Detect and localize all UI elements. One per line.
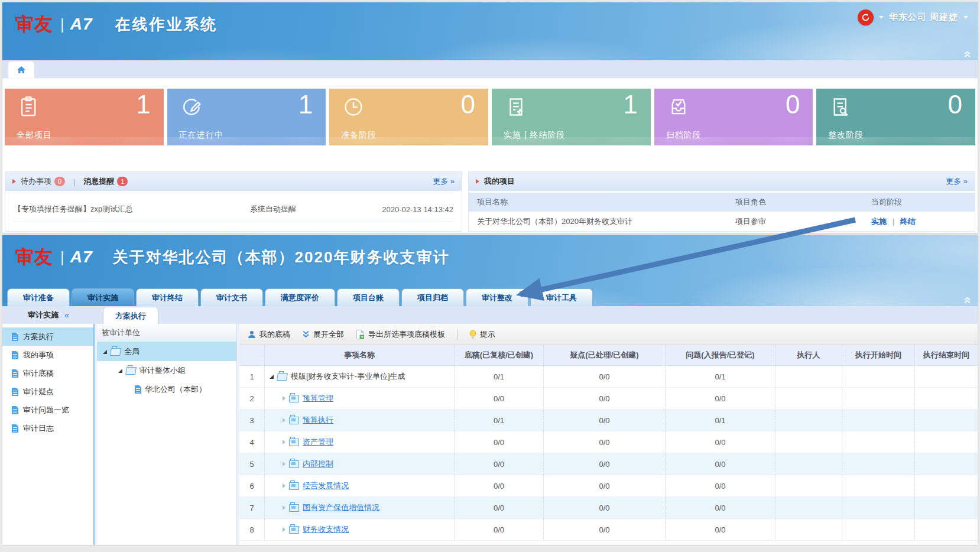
- tree-node-label: 华北公司（本部）: [145, 384, 206, 395]
- issue-count: 0/1: [666, 366, 775, 387]
- tab-audit-documents[interactable]: 审计文书: [200, 288, 263, 306]
- stat-value: 0: [786, 90, 800, 119]
- doubt-count: 0/0: [544, 497, 666, 518]
- tab-audit-preparation[interactable]: 审计准备: [7, 288, 70, 306]
- end-time: [915, 431, 978, 453]
- expanded-arrow-icon[interactable]: [103, 350, 107, 354]
- stat-card-in-progress[interactable]: 1 正在进行中: [167, 89, 326, 145]
- chevron-down-icon[interactable]: [879, 16, 884, 19]
- document-icon: [12, 388, 18, 396]
- message-list-item[interactable]: 【专项填报任务提醒】zxp测试汇总 系统自动提醒 2020-02-13 14:1…: [14, 197, 453, 222]
- more-link[interactable]: 更多 »: [433, 176, 455, 187]
- tree-node-label: 审计整体小组: [139, 365, 186, 376]
- matter-name: 模版[财务收支审计-事业单位]生成: [291, 371, 405, 382]
- stat-value: 1: [623, 90, 637, 119]
- tab-project-ledger[interactable]: 项目台账: [337, 288, 400, 306]
- matter-name-link[interactable]: 国有资产保值增值情况: [303, 502, 379, 513]
- collapsed-arrow-icon[interactable]: [283, 418, 285, 423]
- user-menu[interactable]: 华东公司 周建婕: [889, 12, 958, 23]
- collapsed-arrow-icon[interactable]: [283, 505, 285, 510]
- row-number: 5: [239, 453, 265, 475]
- collapsed-arrow-icon[interactable]: [283, 527, 285, 532]
- export-draft-template-button[interactable]: 导出所选事项底稿模板: [356, 329, 445, 340]
- table-row[interactable]: 3 预算执行 0/1 0/0 0/1: [239, 410, 978, 431]
- collapsed-arrow-icon[interactable]: [283, 396, 285, 401]
- doubt-count: 0/0: [544, 475, 666, 496]
- draft-count: 0/0: [455, 475, 544, 496]
- document-icon: [12, 333, 18, 341]
- message-title[interactable]: 【专项填报任务提醒】zxp测试汇总: [14, 204, 250, 215]
- sidebar-item-my-matters[interactable]: 我的事项: [2, 346, 93, 364]
- sidebar-item-audit-doubts[interactable]: 审计疑点: [2, 382, 93, 401]
- subtab-plan-execution[interactable]: 方案执行: [103, 307, 158, 324]
- sub-navigation-strip: 审计实施 « 方案执行: [2, 306, 978, 324]
- table-row[interactable]: 8 财务收支情况 0/0 0/0 0/0: [239, 519, 978, 541]
- matter-name-link[interactable]: 经营发展情况: [303, 480, 349, 491]
- sidebar-item-label: 审计问题一览: [23, 405, 69, 415]
- stage-link-conclude[interactable]: 终结: [900, 217, 916, 226]
- chevron-down-icon[interactable]: [963, 16, 968, 19]
- tree-node-global[interactable]: 全局: [97, 342, 236, 361]
- start-time: [842, 453, 915, 475]
- doubt-count: 0/0: [544, 431, 666, 453]
- stat-card-rectification[interactable]: 0 整改阶段: [816, 89, 975, 145]
- table-row[interactable]: 6 经营发展情况 0/0 0/0 0/0: [239, 475, 978, 497]
- collapsed-arrow-icon[interactable]: [283, 462, 285, 466]
- tab-satisfaction-evaluation[interactable]: 满意度评价: [265, 288, 335, 306]
- matter-name-link[interactable]: 内部控制: [303, 459, 333, 469]
- stat-value: 0: [948, 90, 962, 119]
- table-row[interactable]: 5 内部控制 0/0 0/0 0/0: [239, 453, 978, 475]
- sidebar-item-audit-drafts[interactable]: 审计底稿: [2, 364, 93, 382]
- stat-card-all-projects[interactable]: 1 全部项目: [5, 89, 164, 145]
- table-row[interactable]: 4 资产管理 0/0 0/0 0/0: [239, 431, 978, 453]
- matter-name-link[interactable]: 预算管理: [303, 393, 333, 404]
- more-link[interactable]: 更多 »: [946, 176, 968, 187]
- end-time: [915, 475, 978, 496]
- stat-card-preparation[interactable]: 0 准备阶段: [329, 89, 488, 145]
- table-row[interactable]: 1 模版[财务收支审计-事业单位]生成 0/1 0/0 0/1: [239, 366, 978, 388]
- refresh-button[interactable]: [858, 9, 874, 25]
- clock-icon: [342, 96, 365, 118]
- column-doubts: 疑点(已处理/已创建): [544, 345, 666, 365]
- expanded-arrow-icon[interactable]: [270, 375, 274, 379]
- tab-audit-conclusion[interactable]: 审计终结: [136, 288, 199, 306]
- table-row[interactable]: 7 国有资产保值增值情况 0/0 0/0 0/0: [239, 497, 978, 519]
- collapsed-arrow-icon[interactable]: [283, 483, 285, 488]
- tab-project-archive[interactable]: 项目归档: [401, 288, 464, 306]
- tab-message-reminder[interactable]: 消息提醒 1: [83, 176, 128, 187]
- tab-home[interactable]: [8, 61, 34, 78]
- grid-header-row: 事项名称 底稿(已复核/已创建) 疑点(已处理/已创建) 问题(入报告/已登记)…: [239, 345, 978, 366]
- tab-audit-implementation[interactable]: 审计实施: [72, 288, 134, 306]
- tree-node-audit-group[interactable]: 审计整体小组: [97, 361, 236, 380]
- tips-button[interactable]: 提示: [469, 329, 495, 340]
- sidebar-item-plan-execution[interactable]: 方案执行: [2, 327, 93, 346]
- issue-count: 0/0: [666, 431, 775, 453]
- column-issues: 问题(入报告/已登记): [666, 345, 775, 365]
- matter-name-link[interactable]: 预算执行: [303, 415, 333, 426]
- collapsed-arrow-icon[interactable]: [283, 440, 285, 444]
- project-row[interactable]: 关于对华北公司（本部）2020年财务收支审计 项目参审 实施 | 终结: [469, 212, 975, 231]
- matter-name-link[interactable]: 资产管理: [303, 437, 333, 447]
- tab-todo-items[interactable]: 待办事项 0: [21, 176, 65, 187]
- column-start-time: 执行开始时间: [842, 345, 915, 365]
- tree-node-north-china-company[interactable]: 华北公司（本部）: [97, 380, 236, 399]
- sidebar-item-audit-issues[interactable]: 审计问题一览: [2, 401, 93, 419]
- collapse-header-button[interactable]: [963, 296, 972, 304]
- stat-card-archive[interactable]: 0 归档阶段: [654, 89, 813, 145]
- brand-product: A7: [70, 15, 93, 34]
- draft-count: 0/0: [455, 388, 544, 409]
- tab-audit-rectification[interactable]: 审计整改: [466, 288, 528, 306]
- stage-link-implement[interactable]: 实施: [871, 217, 887, 226]
- expanded-arrow-icon[interactable]: [118, 369, 122, 373]
- sidebar-item-audit-log[interactable]: 审计日志: [2, 419, 93, 437]
- document-icon: [135, 385, 141, 394]
- column-project-role: 项目角色: [735, 197, 871, 207]
- stat-card-implementation[interactable]: 1 实施 | 终结阶段: [492, 89, 651, 145]
- sidebar-collapse-button[interactable]: «: [64, 310, 69, 320]
- matter-name-link[interactable]: 财务收支情况: [303, 524, 349, 535]
- expand-all-button[interactable]: 展开全部: [302, 329, 344, 340]
- tab-audit-tools[interactable]: 审计工具: [530, 288, 593, 306]
- table-row[interactable]: 2 预算管理 0/0 0/0 0/0: [239, 388, 978, 410]
- collapse-header-button[interactable]: [963, 50, 972, 58]
- my-drafts-button[interactable]: 我的底稿: [248, 329, 290, 340]
